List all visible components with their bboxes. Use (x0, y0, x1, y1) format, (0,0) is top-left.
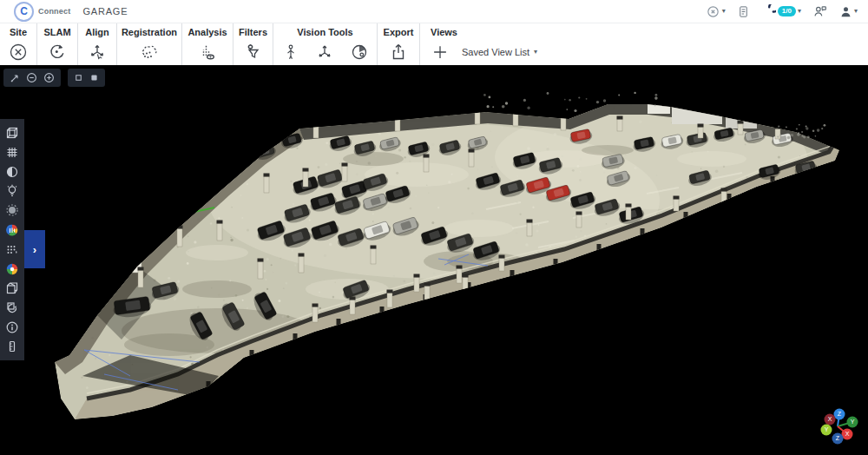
perspective-square-icon (89, 73, 99, 82)
fit-view-icon (10, 73, 20, 83)
ribbon-group-analysis: Analysis (182, 23, 233, 65)
tab-align[interactable]: Align (85, 27, 109, 38)
zoom-out-icon (26, 72, 37, 83)
sidebar-tool-light-bulb[interactable] (4, 183, 20, 199)
svg-text:Z: Z (836, 435, 840, 441)
left-tool-rail (0, 119, 24, 360)
sidebar-tool-bounding-box[interactable] (4, 280, 20, 296)
tab-analysis[interactable]: Analysis (187, 27, 227, 38)
account-menu-button[interactable]: ▾ (839, 5, 858, 18)
measure-icon (5, 340, 19, 353)
sidebar-tool-brightness[interactable] (4, 202, 20, 218)
filters-button[interactable] (243, 42, 264, 63)
fit-view-button[interactable] (10, 73, 20, 83)
zoom-panel (3, 69, 61, 87)
document-button[interactable] (737, 4, 750, 19)
viewport-controls (3, 69, 105, 87)
align-button[interactable] (87, 42, 108, 63)
svg-text:X: X (845, 431, 850, 437)
svg-text:Y: Y (851, 419, 855, 425)
chevron-right-icon: › (33, 243, 36, 256)
ribbon-toolbar: Site SLAM Align (0, 23, 868, 65)
tab-registration[interactable]: Registration (122, 27, 177, 38)
chevron-down-icon: ▾ (534, 49, 537, 56)
logo-c-icon: C (14, 2, 34, 22)
saved-view-list-dropdown[interactable]: Saved View List ▾ (462, 47, 537, 57)
axis-arrows-icon (314, 42, 335, 63)
sidebar-tool-info[interactable] (4, 320, 20, 335)
orbit-refresh-icon (5, 300, 19, 314)
vision-pano-button[interactable] (281, 42, 300, 63)
status-circle-x-icon (706, 4, 720, 19)
add-view-button[interactable] (431, 43, 450, 62)
wireframe-cube-icon (5, 126, 19, 140)
tab-filters[interactable]: Filters (239, 27, 267, 38)
tab-vision-tools[interactable]: Vision Tools (297, 27, 352, 38)
sidebar-tool-measure[interactable] (4, 339, 20, 354)
ribbon-group-export: Export (378, 23, 420, 65)
export-button[interactable] (388, 42, 409, 63)
vision-axis-button[interactable] (314, 42, 335, 63)
chevron-down-icon: ▾ (722, 8, 726, 15)
sync-progress-button[interactable]: 1/0 ▾ (761, 4, 801, 19)
ortho-square-icon (74, 73, 83, 82)
app-name: Connect (38, 7, 70, 16)
sync-count-badge: 1/0 (778, 6, 796, 16)
analysis-button[interactable] (197, 42, 218, 63)
user-chat-icon (812, 4, 828, 19)
zoom-in-button[interactable] (43, 72, 55, 83)
share-export-icon (388, 42, 409, 63)
registration-button[interactable] (138, 42, 161, 63)
funnel-gear-icon (243, 42, 264, 63)
projection-panel (68, 69, 105, 87)
sidebar-tool-grid[interactable] (4, 144, 20, 160)
tab-site[interactable]: Site (10, 27, 27, 38)
ribbon-group-filters: Filters (233, 23, 273, 65)
circle-x-icon (8, 42, 29, 63)
share-user-button[interactable] (812, 4, 828, 19)
svg-text:X: X (828, 416, 832, 422)
rotate-arrow-icon (47, 42, 68, 63)
chevron-down-icon: ▾ (798, 8, 801, 15)
slam-button[interactable] (47, 42, 68, 63)
sidebar-tool-color-wheel[interactable] (4, 261, 20, 277)
zoom-in-icon (43, 72, 55, 83)
svg-text:Y: Y (825, 426, 829, 432)
perspective-button[interactable] (89, 73, 99, 82)
sidebar-tool-wireframe-cube[interactable] (4, 125, 20, 141)
tab-slam[interactable]: SLAM (43, 27, 70, 38)
title-bar: C Connect GARAGE ▾ (0, 0, 868, 23)
app-window: C Connect GARAGE ▾ (0, 0, 868, 455)
ribbon-group-site: Site (0, 23, 37, 65)
sidebar-tool-contrast[interactable] (4, 164, 20, 180)
brightness-icon (5, 203, 19, 217)
sync-arc-icon (761, 4, 776, 19)
light-bulb-icon (5, 184, 19, 198)
sidebar-tool-point-density[interactable] (4, 241, 20, 257)
viewport-3d: ZYXXYZ (0, 65, 868, 455)
status-dropdown-button[interactable]: ▾ (706, 4, 726, 19)
active-tool-flag[interactable]: › (24, 230, 45, 268)
info-icon (5, 320, 19, 334)
tab-views[interactable]: Views (431, 27, 457, 38)
pie-view-icon (349, 42, 370, 63)
tab-export[interactable]: Export (384, 27, 414, 38)
vision-clock-button[interactable] (349, 42, 370, 63)
document-icon (737, 4, 750, 19)
ribbon-group-align: Align (78, 23, 117, 65)
sidebar-tool-orbit-refresh[interactable] (4, 300, 20, 315)
ribbon-group-views: Views Saved View List ▾ (420, 23, 868, 65)
ribbon-group-vision-tools: Vision Tools (273, 23, 378, 65)
zoom-out-button[interactable] (26, 72, 37, 83)
contrast-icon (5, 165, 19, 179)
svg-text:Z: Z (838, 411, 842, 417)
sidebar-tool-color-mix[interactable] (4, 222, 20, 238)
orthographic-button[interactable] (74, 73, 83, 82)
color-mix-icon (5, 223, 19, 237)
point-clouds-icon (138, 42, 161, 63)
bounding-box-icon (5, 281, 19, 295)
color-wheel-icon (5, 262, 19, 276)
app-logo[interactable]: C Connect (0, 2, 70, 22)
account-icon (839, 5, 852, 18)
site-close-button[interactable] (8, 42, 29, 63)
